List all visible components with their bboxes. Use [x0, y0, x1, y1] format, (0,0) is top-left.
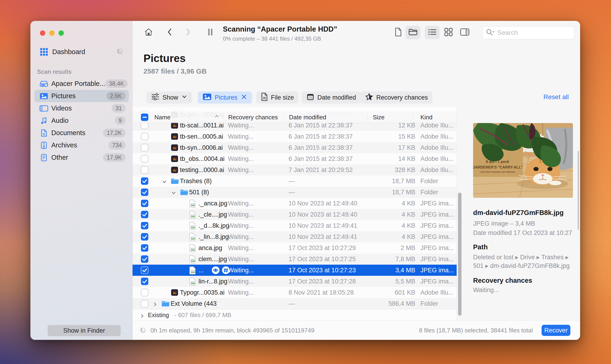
grid-view-button[interactable] — [442, 26, 455, 39]
file-name: clem....jpg — [198, 254, 227, 265]
table-row-501-8[interactable]: 501 (8) — 18,7 MB Folder — [132, 187, 457, 198]
filter-button-recovery-chances[interactable]: Recovery chances — [360, 91, 432, 104]
row-checkbox[interactable] — [141, 144, 149, 152]
pause-scan-button[interactable] — [204, 26, 216, 39]
folder-view-button[interactable] — [405, 26, 420, 39]
column-header-size[interactable]: Size — [373, 111, 385, 123]
kind-cell: JPEG ima... — [420, 242, 455, 254]
detail-date-modified: Date modified 17 Oct 2023 at 10:27 — [473, 229, 572, 236]
select-all-checkbox[interactable] — [141, 113, 149, 121]
table-row-d-8k-jpg[interactable]: ._d...8k.jpg Waiting... 10 Nov 2023 at 1… — [132, 220, 457, 231]
table-row-selected[interactable]: ... Waiting... 17 Oct 2023 at 10:27:23 3… — [132, 265, 457, 276]
sidebar-spinner-icon — [116, 47, 124, 56]
panel-toggle-button[interactable] — [459, 26, 471, 39]
pictures-filter-chip[interactable]: Pictures — [198, 91, 252, 104]
table-row-lin-8-jpg[interactable]: ._lin...8.jpg Waiting... 10 Nov 2023 at … — [132, 231, 457, 242]
minimize-window-button[interactable] — [49, 30, 54, 36]
column-header-name[interactable]: Name — [154, 111, 170, 123]
sidebar-item-other[interactable]: Other 17,9K — [34, 151, 129, 164]
forward-button[interactable] — [182, 26, 194, 39]
column-header-recovery[interactable]: Recovery chances — [228, 111, 278, 123]
table-row-lin-r-8-jpg[interactable]: lin-r...8.jpg Waiting... 17 Oct 2023 at … — [132, 276, 457, 287]
table-row-clem-jpg[interactable]: clem....jpg Waiting... 17 Oct 2023 at 10… — [132, 254, 457, 265]
kind-cell: Adobe Illu... — [420, 131, 455, 142]
show-in-finder-button[interactable]: Show in Finder — [48, 325, 121, 336]
row-checkbox[interactable] — [141, 255, 149, 263]
preview-eye-icon[interactable] — [211, 266, 220, 276]
sidebar-item-apacer-portable[interactable]: Apacer Portable... 38,4K — [34, 78, 129, 90]
kind-cell: Adobe Illu... — [420, 287, 455, 298]
row-checkbox[interactable] — [141, 210, 149, 219]
file-name: testing...0000.ai — [180, 164, 224, 176]
disclosure-chevron-icon[interactable] — [153, 301, 158, 306]
zoom-window-button[interactable] — [58, 30, 64, 36]
remove-filter-icon[interactable] — [240, 93, 247, 102]
table-row-tb-sen-0005-ai[interactable]: Ai tb-sen...0005.ai Waiting... 6 Jan 201… — [132, 131, 457, 142]
sidebar-item-audio[interactable]: Audio 9 — [34, 115, 129, 127]
filter-button-date-modified[interactable]: Date modified — [302, 91, 361, 104]
list-view-button[interactable] — [425, 26, 440, 39]
row-checkbox[interactable] — [141, 277, 149, 285]
sidebar-item-archives[interactable]: Archives 734 — [34, 139, 129, 151]
date-cell: 10 Nov 2023 at 12:49:41 — [288, 231, 357, 242]
jpeg-file-icon — [189, 244, 197, 252]
row-checkbox[interactable] — [141, 155, 149, 163]
file-view-button[interactable] — [392, 26, 404, 39]
table-row-cle-jpg[interactable]: ._cle....jpg Waiting... 10 Nov 2023 at 1… — [132, 209, 457, 220]
search-field[interactable] — [482, 26, 574, 39]
folder-icon — [180, 188, 188, 196]
date-cell: 6 Jan 2015 at 22:38:37 — [288, 142, 353, 153]
jpeg-file-icon — [189, 210, 197, 219]
detail-scrollbar-thumb[interactable] — [578, 151, 579, 230]
table-row-anca-jpg[interactable]: anca.jpg Waiting... 17 Oct 2023 at 10:27… — [132, 242, 457, 254]
size-cell: 4 KB — [365, 209, 415, 220]
row-checkbox[interactable] — [141, 288, 149, 297]
row-checkbox[interactable] — [141, 300, 149, 308]
row-checkbox[interactable] — [141, 199, 149, 207]
recover-button[interactable]: Recover — [542, 325, 570, 336]
row-checkbox[interactable] — [141, 244, 149, 252]
home-button[interactable] — [143, 26, 155, 39]
table-row-anca-jpg[interactable]: ._anca.jpg Waiting... 10 Nov 2023 at 12:… — [132, 198, 457, 209]
table-row-tb-obs-0004-ai[interactable]: Ai tb_obs...0004.ai Waiting... 6 Jan 201… — [132, 153, 457, 164]
row-checkbox[interactable] — [141, 266, 149, 274]
row-checkbox[interactable] — [141, 166, 149, 174]
back-button[interactable] — [163, 26, 176, 39]
column-header-date[interactable]: Date modified — [289, 111, 326, 123]
size-cell: 4 KB — [365, 198, 415, 209]
table-header: Name Recovery chances Date modified Size… — [132, 111, 457, 123]
table-row-ext-volume-443[interactable]: Ext Volume (443) — 586,4 MB Folder — [132, 298, 457, 309]
detail-type-size: JPEG image – 3,4 MB — [473, 220, 535, 227]
search-input[interactable] — [497, 29, 571, 37]
row-checkbox[interactable] — [141, 188, 149, 196]
recovery-cell: Waiting... — [228, 265, 254, 276]
reset-all-link[interactable]: Reset all — [544, 93, 569, 101]
date-cell: 17 Oct 2023 at 10:27:25 — [288, 254, 356, 265]
table-scrollbar[interactable] — [458, 107, 462, 320]
table-row-typogr-0035-ai[interactable]: Ai Typogr...0035.ai Waiting... 8 Nov 202… — [132, 287, 457, 298]
close-window-button[interactable] — [40, 30, 45, 36]
disclosure-chevron-icon[interactable] — [140, 313, 145, 318]
sidebar-item-pictures[interactable]: Pictures 2,6K — [34, 90, 129, 102]
table-row-testing-0000-ai[interactable]: Ai testing...0000.ai Waiting... 7 Jan 20… — [132, 164, 457, 176]
row-checkbox[interactable] — [141, 177, 149, 185]
column-header-kind[interactable]: Kind — [420, 111, 432, 123]
kind-cell: Folder — [420, 187, 455, 198]
sidebar-item-videos[interactable]: Videos 31 — [34, 102, 129, 115]
row-checkbox[interactable] — [141, 233, 149, 241]
disclosure-chevron-icon[interactable] — [171, 190, 176, 195]
scrollbar-thumb[interactable] — [458, 193, 462, 316]
table-row-tb-syn-0006-ai[interactable]: Ai tb-syn...0006.ai Waiting... 6 Jan 201… — [132, 142, 457, 153]
disclosure-chevron-icon[interactable] — [162, 179, 167, 184]
row-checkbox[interactable] — [141, 222, 149, 230]
row-checkbox[interactable] — [141, 132, 149, 141]
show-filter-button[interactable]: Show — [146, 91, 192, 104]
file-name: 501 (8) — [189, 187, 209, 198]
jpeg-file-icon — [189, 266, 197, 274]
sidebar-item-documents[interactable]: Documents 17,2K — [34, 127, 129, 139]
sidebar-item-dashboard[interactable]: Dashboard — [39, 46, 124, 57]
page-subtitle: 2587 files / 3,96 GB — [143, 67, 207, 75]
table-row-trashes-8[interactable]: Trashes (8) — 18,7 MB Folder — [132, 176, 457, 187]
filter-button-file-size[interactable]: File size — [256, 91, 299, 104]
existing-files-row[interactable]: Existing - 607 files / 699,7 MB — [132, 309, 457, 320]
